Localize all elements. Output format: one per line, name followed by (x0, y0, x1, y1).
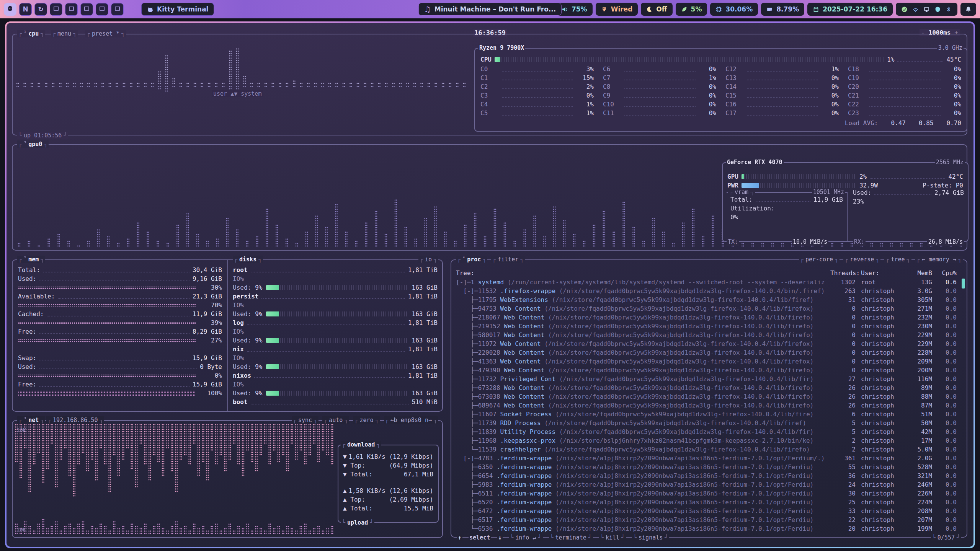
select-up-key[interactable]: ↑ (457, 534, 462, 541)
signals-button[interactable]: signals (632, 534, 669, 541)
workspace-4[interactable] (50, 3, 62, 16)
disk-used-row: Used:9%163 GiB (233, 283, 438, 292)
disk-name: persist (233, 293, 258, 300)
per-core-button[interactable]: per-core (799, 256, 840, 263)
core-percent: 15% (576, 74, 594, 82)
refresh-icon: ↻ (38, 5, 43, 13)
process-row[interactable]: ├─11739 RDD Process (/nix/store/fqadd0bp… (456, 419, 957, 427)
bluetooth-icon[interactable] (946, 6, 952, 13)
menu-button[interactable]: menu (51, 30, 78, 37)
memory-module[interactable]: 30.06% (710, 3, 758, 16)
process-row[interactable]: ├─11839 Utility Process (/nix/store/fqad… (456, 427, 957, 436)
net-auto-button[interactable]: auto (322, 416, 349, 424)
process-row[interactable]: ├─6511 .ferdium-wrappe (/nix/store/a1pj8… (456, 489, 957, 498)
process-threads: 0 (830, 358, 856, 365)
kill-button[interactable]: kill (599, 534, 626, 541)
core-name: C19 (848, 74, 866, 82)
process-row[interactable]: [-]─1 systemd (/run/current-system/syste… (456, 278, 957, 287)
process-command: (/nix/store/fqadd0bprwc5yw5k99xajbdqd1dz… (548, 402, 814, 409)
clock-module[interactable]: 2025-07-22 16:36 (807, 3, 893, 16)
workspace-3[interactable]: ↻ (34, 3, 47, 16)
process-row[interactable]: ├─6520 .ferdium-wrappe (/nix/store/a1pj8… (456, 498, 957, 507)
process-row[interactable]: ├─580017 Web Content (/nix/store/fqadd0b… (456, 331, 957, 339)
tree-button[interactable]: tree (884, 256, 911, 263)
process-row[interactable]: ├─6350 .ferdium-wrappe (/nix/store/a1pj8… (456, 463, 957, 471)
process-row[interactable]: ├─11795 WebExtensions (/nix/store/fqadd0… (456, 295, 957, 304)
process-row[interactable]: ├─5983 .ferdium-wrappe (/nix/store/a1pj8… (456, 480, 957, 489)
core-percent: 0% (821, 109, 839, 117)
header-threads[interactable]: Threads: (830, 269, 856, 277)
temperature-module[interactable]: 5% (676, 3, 707, 16)
window-title-module[interactable]: Kitty Terminal (141, 3, 214, 16)
cpu-total-percent: 1% (887, 56, 894, 63)
workspace-1[interactable] (4, 3, 16, 16)
sort-selector[interactable]: ← memory → (915, 256, 963, 263)
check-icon[interactable] (901, 6, 908, 13)
process-row[interactable]: └─11539 crashhelper (/nix/store/fqadd0bp… (456, 445, 957, 454)
proc-scrollbar-thumb[interactable] (962, 279, 965, 289)
process-row[interactable]: ├─673288 Web Content (/nix/store/fqadd0b… (456, 383, 957, 392)
workspace-8[interactable] (111, 3, 124, 16)
process-row[interactable]: ├─94753 Web Content (/nix/store/fqadd0bp… (456, 304, 957, 313)
media-module[interactable]: ♫ Minuit Machine – Don't Run Fro... (418, 3, 562, 16)
monitor-icon[interactable] (923, 6, 930, 13)
process-row[interactable]: ├─11972 Web Content (/nix/store/fqadd0bp… (456, 339, 957, 348)
process-row[interactable]: ├─11607 Socket Process (/nix/store/fqadd… (456, 410, 957, 419)
net-panel-label: net (28, 416, 39, 424)
workspace-6[interactable] (80, 3, 93, 16)
process-pid: ├─6654 (456, 472, 497, 479)
shield-icon[interactable] (934, 6, 941, 13)
process-row[interactable]: ├─11968 .keepassxc-prox (/nix/store/bslp… (456, 436, 957, 445)
header-tree[interactable]: Tree: (456, 269, 830, 277)
header-memb[interactable]: MemB (903, 269, 932, 277)
process-cpu: 0.0 (932, 472, 957, 479)
process-row[interactable]: ├─6517 .ferdium-wrappe (/nix/store/a1pj8… (456, 515, 957, 524)
filter-button[interactable]: filter (491, 256, 525, 263)
select-down-key[interactable]: ↓ (497, 534, 503, 541)
process-row[interactable]: ├─218067 Web Content (/nix/store/fqadd0b… (456, 313, 957, 322)
network-module[interactable]: Wired (596, 3, 638, 16)
workspace-7[interactable] (96, 3, 108, 16)
workspace-2[interactable]: N (19, 3, 32, 16)
process-row[interactable]: ├─41363 Web Content (/nix/store/fqadd0bp… (456, 357, 957, 366)
core-C22: C220% (848, 100, 961, 109)
preset-button[interactable]: preset * (85, 30, 126, 37)
mem-stat-row: Free:8,29 GiB (18, 327, 222, 336)
disk-module[interactable]: 8.79% (761, 3, 804, 16)
net-zero-button[interactable]: zero (353, 416, 380, 424)
net-interface-switcher[interactable]: ←b enp8s0 n→ (384, 416, 438, 424)
process-threads: 5 (830, 428, 856, 435)
cpu-graph-mode-toggle[interactable]: user ▲▼ system (212, 90, 263, 97)
process-row[interactable]: ├─479390 Web Content (/nix/store/fqadd0b… (456, 366, 957, 375)
header-cpu[interactable]: Cpu% (932, 269, 957, 277)
reverse-button[interactable]: reverse (843, 256, 880, 263)
process-command: (/nix/store/a1pj8hxirp2y2090nbwa7api3asi… (555, 455, 825, 462)
process-row[interactable]: [-]─4783 .ferdium-wrappe (/nix/store/a1p… (456, 454, 957, 463)
process-row[interactable]: ├─689674 Web Content (/nix/store/fqadd0b… (456, 401, 957, 410)
notification-module[interactable] (960, 3, 976, 16)
header-user[interactable]: User: (856, 269, 903, 277)
process-row[interactable]: ├─6654 .ferdium-wrappe (/nix/store/a1pj8… (456, 471, 957, 480)
cpu-model-label: Ryzen 9 7900X (478, 44, 525, 52)
mem-stat-value: 8,29 GiB (193, 328, 222, 335)
process-row[interactable]: ├─11732 Privileged Cont (/nix/store/fqad… (456, 375, 957, 383)
process-row[interactable]: [-]─11532 .firefox-wrappe (/nix/store/fq… (456, 287, 957, 295)
process-row[interactable]: ├─219152 Web Content (/nix/store/fqadd0b… (456, 322, 957, 331)
process-row[interactable]: ├─673038 Web Content (/nix/store/fqadd0b… (456, 392, 957, 401)
process-row[interactable]: └─6536 .ferdium-wrappe (/nix/store/a1pj8… (456, 524, 957, 533)
net-sync-button[interactable]: sync (292, 416, 318, 424)
net-stat-line: ▼1,61 KiB/s (12,9 Kibps) (343, 452, 433, 461)
volume-module[interactable]: 75% (556, 3, 593, 16)
workspace-5[interactable] (65, 3, 78, 16)
process-row[interactable]: ├─220028 Web Content (/nix/store/fqadd0b… (456, 348, 957, 357)
process-command: (/nix/store/fqadd0bprwc5yw5k99xajbdqd1dz… (548, 393, 814, 400)
terminate-button[interactable]: terminate (549, 534, 593, 541)
io-mode-button[interactable]: io (418, 256, 438, 263)
wifi-icon[interactable] (912, 6, 919, 13)
info-button[interactable]: info ↵ (509, 534, 542, 541)
process-pid: ├─218067 (456, 314, 504, 321)
nvim-icon: N (23, 5, 28, 13)
process-row[interactable]: ├─6472 .ferdium-wrappe (/nix/store/a1pj8… (456, 507, 957, 515)
process-user: christoph (856, 323, 903, 330)
idle-inhibitor-module[interactable]: Off (641, 3, 672, 16)
